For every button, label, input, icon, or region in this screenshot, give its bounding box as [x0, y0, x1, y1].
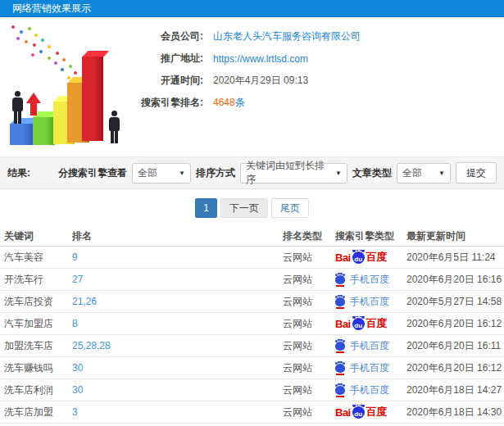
baidu-logo: Baidu百度	[335, 316, 387, 331]
keyword-cell: 洗车店利润	[4, 383, 72, 397]
baidu-logo-text: Bai	[335, 406, 351, 419]
paw-toes-icon	[352, 405, 356, 407]
chevron-down-icon: ▼	[438, 170, 445, 177]
sort-select[interactable]: 关键词由短到长排序 ▼	[240, 163, 347, 184]
promo-url-link[interactable]: https://www.lrtlsd.com	[213, 53, 308, 65]
keyword-cell: 洗车店加盟	[4, 406, 72, 419]
updated-cell: 2020年6月20日 16:16	[406, 273, 504, 287]
table-row: 汽车美容9云网站Baidu百度2020年6月5日 11:24	[0, 247, 504, 269]
paw-toes-icon	[335, 296, 338, 298]
baidu-logo-text: 百度	[366, 316, 387, 331]
mobile-baidu-paw-icon	[335, 297, 345, 306]
promo-url-label: 推广地址:	[139, 52, 203, 66]
sort-select-value: 关键词由短到长排序	[246, 159, 332, 187]
table-row: 洗车店利润30云网站手机百度2020年6月18日 14:27	[0, 379, 504, 401]
businessman-right-icon	[107, 111, 121, 143]
rank-cell[interactable]: 21,26	[72, 296, 283, 307]
mobile-baidu-label: 手机百度	[350, 295, 389, 309]
rank-cell[interactable]: 3	[72, 406, 283, 418]
filter-controls: 分搜索引擎查看 全部 ▼ 排序方式 关键词由短到长排序 ▼ 文章类型 全部 ▼ …	[58, 162, 497, 184]
engine-select-value: 全部	[138, 166, 157, 180]
info-row-company: 会员公司: 山东老人头汽车服务咨询有限公司	[139, 25, 504, 48]
paw-underline	[336, 285, 344, 287]
mobile-baidu-logo: 手机百度	[335, 273, 389, 287]
paw-underline	[336, 307, 344, 309]
open-time-value: 2020年4月29日 09:13	[213, 74, 308, 88]
mobile-baidu-logo: 手机百度	[335, 361, 389, 375]
chevron-down-icon: ▼	[179, 170, 185, 177]
column-header: 排名类型	[283, 229, 335, 243]
rank-type-cell: 云网站	[283, 317, 335, 331]
updated-cell: 2020年6月20日 16:11	[406, 339, 504, 353]
baidu-du-text: du	[352, 410, 365, 418]
submit-button[interactable]: 提交	[456, 162, 497, 184]
baidu-logo: Baidu百度	[335, 405, 387, 419]
updated-cell: 2020年6月18日 14:30	[406, 406, 504, 419]
businessman-left-icon	[10, 91, 25, 124]
rank-cell[interactable]: 27	[72, 274, 283, 285]
mobile-baidu-paw-icon	[335, 275, 345, 284]
open-time-label: 开通时间:	[139, 74, 203, 88]
mobile-baidu-label: 手机百度	[350, 383, 389, 397]
updated-cell: 2020年6月18日 14:27	[406, 383, 504, 397]
updated-cell: 2020年6月20日 16:12	[406, 317, 504, 331]
baidu-paw-icon: du	[352, 406, 365, 419]
engine-cell: 手机百度	[335, 361, 406, 375]
filter-bar: 结果: 分搜索引擎查看 全部 ▼ 排序方式 关键词由短到长排序 ▼ 文章类型 全…	[0, 156, 504, 189]
baidu-paw-icon: du	[352, 318, 365, 330]
company-info: 会员公司: 山东老人头汽车服务咨询有限公司 推广地址: https://www.…	[139, 25, 504, 114]
rank-cell[interactable]: 8	[72, 318, 283, 329]
info-row-rank-count: 搜索引擎排名: 4648条	[139, 92, 504, 114]
rank-type-cell: 云网站	[283, 383, 335, 397]
rank-cell[interactable]: 25,28,28	[72, 340, 283, 351]
column-header: 关键词	[4, 229, 72, 243]
paw-underline	[336, 351, 344, 353]
table-row: 开洗车行27云网站手机百度2020年6月20日 16:16	[0, 269, 504, 291]
table-header-row: 关键词排名排名类型搜索引擎类型最新更新时间	[0, 227, 504, 247]
table-row: 洗车店加盟3云网站Baidu百度2020年6月18日 14:30	[0, 401, 504, 424]
updated-cell: 2020年6月5日 11:24	[406, 251, 504, 265]
article-type-select-value: 全部	[402, 166, 422, 180]
article-type-select[interactable]: 全部 ▼	[397, 163, 451, 184]
table-body: 汽车美容9云网站Baidu百度2020年6月5日 11:24开洗车行27云网站手…	[0, 247, 504, 424]
updated-cell: 2020年6月20日 16:12	[406, 361, 504, 375]
engine-cell: 手机百度	[335, 383, 406, 397]
illustration-bar-blue	[10, 124, 34, 145]
company-name-link[interactable]: 山东老人头汽车服务咨询有限公司	[213, 29, 361, 43]
illustration-bar-red	[82, 57, 103, 141]
rank-type-cell: 云网站	[283, 295, 335, 309]
next-page-button[interactable]: 下一页	[220, 198, 268, 218]
table-row: 汽车加盟店8云网站Baidu百度2020年6月20日 16:12	[0, 313, 504, 335]
table-row: 加盟洗车店25,28,28云网站手机百度2020年6月20日 16:11	[0, 335, 504, 357]
rank-type-cell: 云网站	[283, 406, 335, 419]
baidu-paw-icon: du	[352, 252, 365, 264]
keyword-cell: 汽车加盟店	[4, 317, 72, 331]
engine-select[interactable]: 全部 ▼	[132, 163, 191, 184]
keyword-cell: 加盟洗车店	[4, 339, 72, 353]
last-page-button[interactable]: 尾页	[271, 198, 309, 218]
rank-count-label: 搜索引擎排名:	[139, 96, 203, 110]
mobile-baidu-logo: 手机百度	[335, 339, 389, 353]
info-row-open-time: 开通时间: 2020年4月29日 09:13	[139, 70, 504, 92]
article-type-label: 文章类型	[352, 166, 392, 180]
keyword-cell: 洗车店投资	[4, 295, 72, 309]
rank-cell[interactable]: 30	[72, 362, 283, 374]
page-current-button[interactable]: 1	[195, 198, 217, 218]
chevron-down-icon: ▼	[335, 170, 342, 177]
confetti-dots	[11, 25, 15, 29]
info-section: 会员公司: 山东老人头汽车服务咨询有限公司 推广地址: https://www.…	[0, 17, 504, 156]
rank-count-unit: 条	[235, 97, 245, 108]
mobile-baidu-paw-icon	[335, 342, 345, 351]
table-row: 洗车店投资21,26云网站手机百度2020年5月27日 14:58	[0, 291, 504, 313]
baidu-logo-text: Bai	[335, 318, 351, 330]
engine-filter-label: 分搜索引擎查看	[58, 166, 127, 180]
baidu-logo-text: 百度	[366, 250, 387, 265]
rank-cell[interactable]: 9	[72, 252, 283, 263]
paw-toes-icon	[352, 250, 356, 252]
rank-type-cell: 云网站	[283, 339, 335, 353]
rank-cell[interactable]: 30	[72, 384, 283, 396]
rank-count-value: 4648	[213, 97, 235, 108]
engine-cell: 手机百度	[335, 273, 406, 287]
rank-type-cell: 云网站	[283, 361, 335, 375]
baidu-du-text: du	[352, 322, 365, 329]
